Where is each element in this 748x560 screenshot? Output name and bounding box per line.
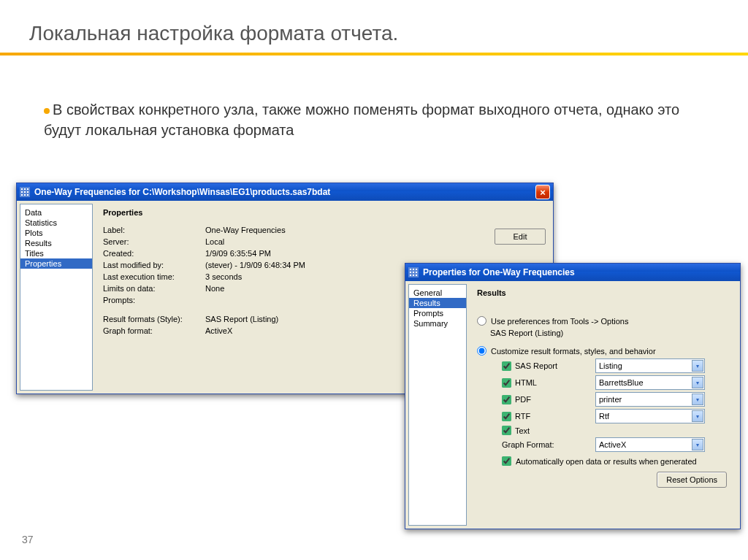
label-label: Label: [103,226,205,234]
combo-html[interactable]: BarrettsBlue▾ [595,375,705,390]
label-limits: Limits on data: [103,284,205,293]
label-graph-format: Graph format: [103,326,205,335]
server-value: Local [205,237,543,246]
category-sidebar: General Results Prompts Summary [408,284,467,526]
titlebar[interactable]: One-Way Frequencies for C:\Workshop\Wins… [17,183,553,201]
slide-title: Локальная настройка формата отчета. [0,0,748,53]
sidebar-item-data[interactable]: Data [20,207,92,218]
radio-use-prefs-label: Use preferences from Tools -> Options [491,317,628,326]
checkbox-html[interactable] [502,378,511,388]
combo-pdf[interactable]: printer▾ [595,392,705,407]
combo-html-value: BarrettsBlue [599,378,644,387]
label-pdf: PDF [515,395,531,404]
sidebar-item-statistics[interactable]: Statistics [20,218,92,228]
properties-dialog: Properties for One-Way Frequencies Gener… [405,263,741,529]
checkbox-sas-report[interactable] [502,361,511,371]
page-number: 37 [22,534,34,545]
chevron-down-icon: ▾ [692,360,703,372]
sidebar-item-titles[interactable]: Titles [20,248,92,258]
combo-graph-format[interactable]: ActiveX▾ [595,437,705,452]
sidebar-item-properties[interactable]: Properties [20,258,92,269]
combo-rtf-value: Rtf [599,412,609,421]
label-text: Text [515,426,530,435]
sidebar-item-plots[interactable]: Plots [20,228,92,238]
label-result-formats: Result formats (Style): [103,315,205,323]
reset-options-button[interactable]: Reset Options [657,472,727,488]
chevron-down-icon: ▾ [692,439,703,450]
panel-heading: Results [477,288,730,297]
prefs-subtext: SAS Report (Listing) [490,329,730,337]
combo-pdf-value: printer [599,395,622,404]
label-exec: Last execution time: [103,272,205,281]
combo-rtf[interactable]: Rtf▾ [595,409,705,423]
bullet-paragraph: В свойствах конкретного узла, также можн… [0,70,748,155]
label-value: One-Way Frequencies [205,226,543,234]
label-rtf: RTF [515,412,530,421]
panel-heading: Properties [103,208,543,217]
radio-customize-label: Customize result formats, styles, and be… [491,347,656,356]
sidebar-item-prompts[interactable]: Prompts [409,308,466,318]
window-title: Properties for One-Way Frequencies [423,267,575,277]
radio-customize[interactable] [477,346,486,356]
label-created: Created: [103,249,205,258]
chevron-down-icon: ▾ [692,377,703,388]
created-value: 1/9/09 6:35:54 PM [205,249,543,258]
checkbox-auto-open[interactable] [502,456,511,466]
titlebar[interactable]: Properties for One-Way Frequencies [405,264,740,281]
category-sidebar: Data Statistics Plots Results Titles Pro… [20,204,93,391]
window-title: One-Way Frequencies for C:\Workshop\Wins… [34,187,330,197]
checkbox-text[interactable] [502,426,511,435]
label-sas-report: SAS Report [515,361,557,370]
label-server: Server: [103,237,205,246]
checkbox-rtf[interactable] [502,412,511,421]
label-prompts: Prompts: [103,296,205,304]
label-html: HTML [515,378,537,387]
label-modified: Last modified by: [103,261,205,269]
app-icon [408,267,419,277]
label-auto-open: Automatically open data or results when … [516,457,697,466]
combo-sas-report-value: Listing [599,361,622,370]
close-icon[interactable]: × [535,185,550,199]
chevron-down-icon: ▾ [692,394,703,405]
radio-use-prefs[interactable] [477,316,486,326]
checkbox-pdf[interactable] [502,395,511,404]
combo-graph-format-value: ActiveX [599,440,626,449]
bullet-text: В свойствах конкретного узла, также можн… [44,101,679,138]
label-graph-format: Graph Format: [502,440,554,449]
sidebar-item-general[interactable]: General [409,288,466,298]
sidebar-item-results[interactable]: Results [20,238,92,248]
accent-bar [0,53,748,55]
bullet-icon [44,108,50,114]
combo-sas-report[interactable]: Listing▾ [595,358,705,373]
edit-button[interactable]: Edit [495,229,546,245]
sidebar-item-results[interactable]: Results [409,298,466,308]
chevron-down-icon: ▾ [692,410,703,422]
app-icon [20,187,30,197]
sidebar-item-summary[interactable]: Summary [409,318,466,329]
results-panel: Results Use preferences from Tools -> Op… [470,284,737,526]
